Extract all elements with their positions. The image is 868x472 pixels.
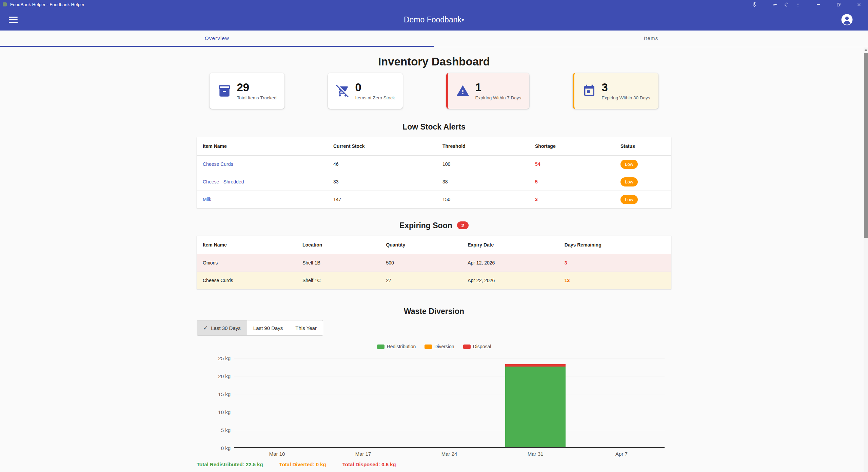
warning-icon — [456, 84, 470, 98]
check-icon: ✓ — [203, 324, 208, 332]
shortage-value: 3 — [535, 197, 538, 202]
chevron-down-icon: ▾ — [461, 17, 464, 23]
waste-title: Waste Diversion — [0, 307, 868, 316]
y-tick-label: 25 kg — [218, 355, 231, 361]
x-tick-label: Mar 31 — [492, 451, 578, 457]
stat-card-3: 3Expiring Within 30 Days — [573, 73, 658, 109]
shortage-value: 5 — [535, 179, 538, 184]
bar-segment-redistribution — [505, 367, 566, 448]
column-header: Item Name — [197, 137, 327, 155]
close-icon[interactable] — [853, 0, 865, 9]
extensions-icon[interactable] — [781, 0, 792, 9]
calendar-event-icon — [583, 84, 596, 98]
dashboard-content: Inventory Dashboard 29Total Items Tracke… — [0, 55, 868, 467]
filter-last-30-days[interactable]: ✓Last 30 Days — [197, 320, 247, 336]
tab-bar: Overview Items — [0, 31, 868, 47]
x-tick-label: Apr 7 — [578, 451, 665, 457]
expiring-count-badge: 2 — [457, 221, 469, 229]
y-tick-label: 5 kg — [221, 427, 231, 433]
vertical-scrollbar[interactable] — [864, 47, 868, 472]
stat-card-0: 29Total Items Tracked — [210, 73, 284, 109]
column-header: Threshold — [436, 137, 529, 155]
stat-label: Total Items Tracked — [237, 95, 276, 100]
tab-items[interactable]: Items — [434, 31, 868, 47]
stat-card-2: 1Expiring Within 7 Days — [446, 73, 529, 109]
minimize-icon[interactable] — [812, 0, 824, 9]
waste-totals: Total Redistributed: 22.5 kgTotal Divert… — [197, 461, 671, 467]
expiring-header-row: Item NameLocationQuantityExpiry DateDays… — [197, 236, 671, 254]
legend-item: Diversion — [425, 344, 454, 349]
expiring-title: Expiring Soon2 — [0, 221, 868, 230]
stat-value: 3 — [601, 81, 650, 94]
window-title: FoodBank Helper - Foodbank Helper — [10, 2, 84, 7]
foodbank-selector[interactable]: Demo Foodbank▾ — [0, 15, 868, 24]
stat-value: 0 — [355, 81, 395, 94]
stat-value: 1 — [475, 81, 521, 94]
gridline — [234, 412, 665, 412]
stat-card-1: 0Items at Zero Stock — [328, 73, 403, 109]
y-tick-label: 0 kg — [221, 445, 231, 451]
low-stock-table: Item NameCurrent StockThresholdShortageS… — [197, 137, 671, 208]
bar-segment-disposal — [505, 364, 566, 366]
legend-swatch-icon — [425, 345, 432, 349]
stat-label: Items at Zero Stock — [355, 95, 395, 100]
page-title: Inventory Dashboard — [0, 55, 868, 68]
scroll-up-arrow-icon[interactable] — [864, 49, 868, 51]
item-link[interactable]: Milk — [203, 197, 211, 202]
shortage-value: 54 — [535, 161, 540, 167]
y-tick-label: 20 kg — [218, 373, 231, 379]
legend-item: Redistribution — [377, 344, 416, 349]
column-header: Quantity — [380, 236, 461, 254]
gridline — [234, 394, 665, 394]
column-header: Expiry Date — [461, 236, 558, 254]
gridline — [234, 358, 665, 358]
table-row: Cheese CurdsShelf 1C27Apr 22, 202613 — [197, 272, 671, 289]
remove-cart-icon — [336, 84, 350, 98]
y-tick-label: 15 kg — [218, 391, 231, 397]
filter-last-90-days[interactable]: Last 90 Days — [247, 320, 290, 336]
scrollbar-thumb[interactable] — [864, 53, 868, 238]
item-link[interactable]: Cheese Curds — [203, 161, 233, 167]
window-titlebar: FoodBank Helper - Foodbank Helper — [0, 0, 868, 9]
menu-kebab-icon[interactable] — [792, 0, 804, 9]
item-link[interactable]: Cheese - Shredded — [203, 179, 244, 184]
x-tick-label: Mar 10 — [234, 451, 320, 457]
tab-overview[interactable]: Overview — [0, 31, 434, 47]
waste-filter-group: ✓Last 30 DaysLast 90 DaysThis Year — [197, 320, 671, 336]
table-row: OnionsShelf 1B500Apr 12, 20263 — [197, 254, 671, 272]
column-header: Status — [614, 137, 671, 155]
days-remaining-value: 3 — [565, 260, 567, 266]
waste-chart: 0 kg5 kg10 kg15 kg20 kg25 kg Mar 10Mar 1… — [203, 355, 665, 457]
stats-row: 29Total Items Tracked0Items at Zero Stoc… — [0, 73, 868, 109]
low-stock-title: Low Stock Alerts — [0, 122, 868, 132]
column-header: Shortage — [529, 137, 614, 155]
inventory-box-icon — [218, 84, 231, 98]
waste-total: Total Disposed: 0.6 kg — [342, 461, 396, 467]
key-icon[interactable] — [769, 0, 781, 9]
column-header: Item Name — [197, 236, 296, 254]
foodbank-name: Demo Foodbank — [404, 15, 461, 24]
waste-total: Total Redistributed: 22.5 kg — [197, 461, 263, 467]
status-badge: Low — [620, 195, 638, 204]
chart-legend: RedistributionDiversionDisposal — [0, 344, 868, 349]
table-row: Cheese Curds4610054Low — [197, 155, 671, 173]
filter-this-year[interactable]: This Year — [289, 320, 323, 336]
location-icon[interactable] — [749, 0, 760, 9]
gridline — [234, 376, 665, 376]
restore-icon[interactable] — [833, 0, 844, 9]
legend-swatch-icon — [377, 345, 384, 349]
column-header: Current Stock — [327, 137, 436, 155]
table-row: Cheese - Shredded33385Low — [197, 173, 671, 191]
days-remaining-value: 13 — [565, 278, 570, 283]
waste-chart-plot: 0 kg5 kg10 kg15 kg20 kg25 kg — [234, 358, 665, 448]
status-badge: Low — [620, 160, 638, 169]
low-stock-header-row: Item NameCurrent StockThresholdShortageS… — [197, 137, 671, 155]
table-row: Milk1471503Low — [197, 191, 671, 208]
gridline — [234, 430, 665, 430]
legend-item: Disposal — [463, 344, 491, 349]
app-favicon-icon — [3, 2, 7, 6]
status-badge: Low — [620, 177, 638, 186]
waste-total: Total Diverted: 0 kg — [279, 461, 326, 467]
account-circle-icon[interactable] — [841, 14, 853, 26]
legend-swatch-icon — [463, 345, 471, 349]
